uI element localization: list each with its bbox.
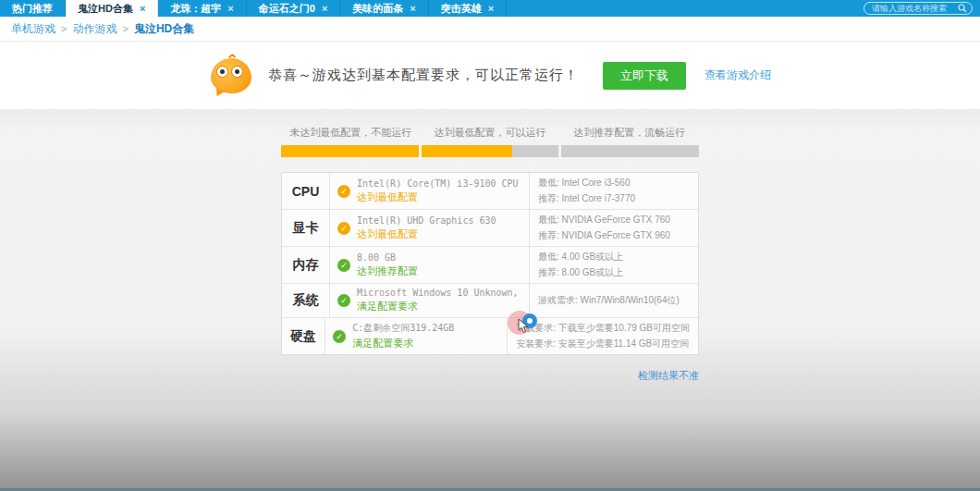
tab-label: 热门推荐 bbox=[12, 2, 53, 16]
detected-value: 8.00 GB bbox=[357, 252, 418, 263]
detected-value: Intel(R) UHD Graphics 630 bbox=[357, 215, 496, 226]
level-label-below-min: 未达到最低配置，不能运行 bbox=[281, 126, 421, 140]
spec-download-req: 下载要求: 下载至少需要10.79 GB可用空间 bbox=[516, 322, 690, 335]
tab-label: 突击英雄 bbox=[441, 2, 482, 16]
meter-segment-1 bbox=[281, 145, 419, 157]
close-icon[interactable]: × bbox=[410, 4, 415, 14]
congrats-message: 恭喜～游戏达到基本配置要求，可以正常运行！ bbox=[268, 67, 579, 84]
breadcrumb-action-games[interactable]: 动作游戏 bbox=[72, 21, 116, 37]
level-label-min: 达到最低配置，可以运行 bbox=[421, 126, 560, 140]
game-search-box[interactable] bbox=[864, 2, 973, 15]
report-inaccurate-link[interactable]: 检测结果不准 bbox=[638, 370, 699, 381]
status-badge: 满足配置要求 bbox=[357, 300, 521, 313]
tab-label: 龙珠：超宇 bbox=[170, 2, 221, 16]
breadcrumb-pc-games[interactable]: 单机游戏 bbox=[11, 21, 55, 37]
check-icon: ✓ bbox=[333, 330, 346, 343]
breadcrumb: 单机游戏 > 动作游戏 > 鬼泣HD合集 bbox=[0, 17, 980, 42]
mascot-icon bbox=[209, 55, 253, 97]
row-label: CPU bbox=[282, 173, 330, 209]
detected-value: C:盘剩余空间319.24GB bbox=[352, 322, 454, 335]
status-badge: 达到最低配置 bbox=[357, 227, 496, 241]
tab-steins-gate-0[interactable]: 命运石之门0 × bbox=[247, 0, 341, 17]
tab-assault-hero[interactable]: 突击英雄 × bbox=[429, 0, 507, 17]
breadcrumb-current-game: 鬼泣HD合集 bbox=[134, 21, 194, 37]
detected-value: Intel(R) Core(TM) i3-9100 CPU @ 3.60GHz bbox=[357, 178, 521, 189]
status-badge: 满足配置要求 bbox=[352, 337, 454, 350]
hardware-spec-table: CPU ✓ Intel(R) Core(TM) i3-9100 CPU @ 3.… bbox=[281, 172, 699, 355]
status-badge: 达到最低配置 bbox=[357, 190, 521, 204]
check-result-panel: 未达到最低配置，不能运行 达到最低配置，可以运行 达到推荐配置，流畅运行 CPU… bbox=[0, 109, 980, 491]
download-now-button[interactable]: 立即下载 bbox=[603, 62, 686, 90]
spec-recommended: 推荐: 8.00 GB或以上 bbox=[538, 266, 690, 279]
status-badge: 达到推荐配置 bbox=[357, 264, 418, 278]
table-row-os: 系统 ✓ Microsoft Windows 10 Unknown, 64-bi… bbox=[282, 284, 698, 318]
breadcrumb-separator: > bbox=[122, 23, 128, 34]
row-label: 硬盘 bbox=[282, 318, 325, 354]
spec-install-req: 安装要求: 安装至少需要11.14 GB可用空间 bbox=[516, 338, 690, 350]
spec-requirement: 游戏需求: Win7/Win8/Win10(64位) bbox=[538, 294, 690, 307]
search-input[interactable] bbox=[872, 4, 958, 13]
detected-value: Microsoft Windows 10 Unknown, 64-bit (bu… bbox=[357, 288, 521, 298]
close-icon[interactable]: × bbox=[140, 4, 145, 14]
row-label: 内存 bbox=[282, 247, 330, 283]
level-label-recommended: 达到推荐配置，流畅运行 bbox=[559, 126, 699, 140]
congrats-banner: 恭喜～游戏达到基本配置要求，可以正常运行！ 立即下载 查看游戏介绍 bbox=[0, 42, 980, 109]
tab-bar: 热门推荐 鬼泣HD合集 × 龙珠：超宇 × 命运石之门0 × 美味的面条 × 突… bbox=[0, 0, 980, 17]
spec-min: 最低: 4.00 GB或以上 bbox=[538, 251, 690, 264]
row-label: 系统 bbox=[282, 284, 330, 317]
table-row-gpu: 显卡 ✓ Intel(R) UHD Graphics 630 达到最低配置 最低… bbox=[282, 210, 698, 247]
spec-min: 最低: Intel Core i3-560 bbox=[538, 177, 690, 190]
tab-label: 鬼泣HD合集 bbox=[78, 2, 133, 16]
row-label: 显卡 bbox=[282, 210, 330, 246]
spec-min: 最低: NVIDIA GeForce GTX 760 bbox=[538, 214, 690, 227]
tab-devil-may-cry-hd[interactable]: 鬼泣HD合集 × bbox=[66, 0, 158, 17]
spec-recommended: 推荐: Intel Core i7-3770 bbox=[538, 192, 690, 205]
breadcrumb-separator: > bbox=[61, 23, 67, 34]
tab-dragon-ball[interactable]: 龙珠：超宇 × bbox=[158, 0, 246, 17]
close-icon[interactable]: × bbox=[227, 4, 233, 14]
check-icon: ✓ bbox=[337, 259, 350, 272]
check-icon: ✓ bbox=[337, 294, 350, 307]
tab-delicious-noodles[interactable]: 美味的面条 × bbox=[340, 0, 428, 17]
view-game-intro-link[interactable]: 查看游戏介绍 bbox=[704, 68, 771, 83]
check-icon: ✓ bbox=[337, 185, 350, 198]
close-icon[interactable]: × bbox=[488, 4, 494, 14]
meter-segment-2 bbox=[422, 145, 559, 157]
config-level-labels: 未达到最低配置，不能运行 达到最低配置，可以运行 达到推荐配置，流畅运行 bbox=[281, 126, 699, 140]
check-icon: ✓ bbox=[337, 222, 350, 235]
tab-label: 命运石之门0 bbox=[259, 2, 315, 16]
tab-hot-recommend[interactable]: 热门推荐 bbox=[0, 0, 66, 17]
close-icon[interactable]: × bbox=[322, 4, 327, 14]
spec-recommended: 推荐: NVIDIA GeForce GTX 960 bbox=[538, 229, 690, 242]
table-row-memory: 内存 ✓ 8.00 GB 达到推荐配置 最低: 4.00 GB或以上 推荐: 8… bbox=[282, 247, 698, 284]
meter-segment-3 bbox=[561, 145, 699, 157]
search-icon[interactable] bbox=[958, 4, 967, 13]
table-row-cpu: CPU ✓ Intel(R) Core(TM) i3-9100 CPU @ 3.… bbox=[282, 173, 698, 210]
config-level-meter bbox=[281, 145, 699, 157]
tab-label: 美味的面条 bbox=[352, 2, 403, 16]
table-row-disk: 硬盘 ✓ C:盘剩余空间319.24GB 满足配置要求 下载要求: 下载至少需要… bbox=[282, 318, 698, 354]
